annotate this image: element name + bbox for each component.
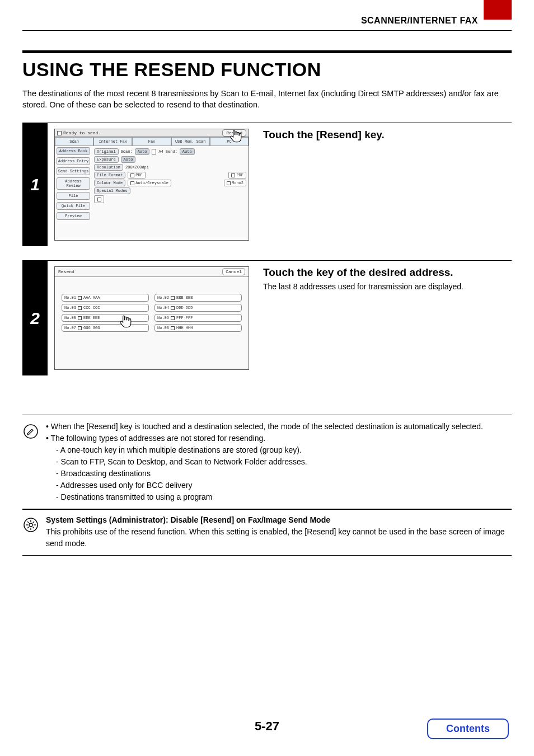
settings-bold: System Settings (Administrator): Disable… [46,514,508,526]
intro-text: The destinations of the most recent 8 tr… [22,88,512,110]
exposure-auto[interactable]: Auto [121,156,136,163]
gear-circle-icon [22,516,39,533]
cancel-button[interactable]: Cancel [222,268,245,275]
resolution-value: 200X200dpi [125,165,149,170]
phone-icon [78,296,82,300]
device-panel-resend: Resend Cancel No.01AAA AAA No.02BBB BBB … [54,266,249,370]
file-button[interactable]: File [57,192,90,200]
page: SCANNER/INTERNET FAX USING THE RESEND FU… [0,0,534,756]
top-line [22,30,512,31]
tab-scan[interactable]: Scan [55,137,93,145]
step-2-heading: Touch the key of the desired address. [263,266,512,279]
svg-line-8 [33,527,35,529]
tab-usb-scan[interactable]: USB Mem. Scan [171,137,210,145]
a4-label: A4 [158,149,163,154]
resend-entry-08[interactable]: No.08HHH HHH [154,324,242,332]
resend-entry-02[interactable]: No.02BBB BBB [154,294,242,302]
step-1-heading: Touch the [Resend] key. [263,129,512,141]
step-2-text: Touch the key of the desired address. Th… [255,261,512,375]
mono2-button[interactable]: Mono2 [224,180,246,186]
grey-icon [130,181,134,185]
svg-line-7 [27,522,29,523]
step-number: 1 [22,123,48,246]
step-2-screenshot: Resend Cancel No.01AAA AAA No.02BBB BBB … [48,261,255,375]
send-settings-button[interactable]: Send Settings [57,167,90,175]
step-1: 1 Ready to send. Resend Scan Internet Fa… [22,123,512,246]
pencil-circle-icon [22,423,39,440]
hand-cursor-icon [228,129,243,144]
address-book-button[interactable]: Address Book [57,147,90,155]
svg-line-9 [33,522,35,523]
hand-cursor-icon [118,314,133,329]
row-bottom-icon [94,195,246,203]
note-dash-3: Broadcasting destinations [46,468,483,480]
resend-entry-01[interactable]: No.01AAA AAA [62,294,149,302]
resend-grid: No.01AAA AAA No.02BBB BBB No.03CCC CCC N… [55,277,249,337]
row-colourmode: Colour Mode Auto/Greyscale Mono2 [94,180,246,186]
row-exposure: Exposure Auto [94,156,246,163]
mail-icon [78,326,82,330]
resend-entry-05[interactable]: No.05EEE EEE [62,314,149,322]
preview-button[interactable]: Preview [57,212,90,220]
step-1-screenshot: Ready to send. Resend Scan Internet Fax … [48,123,255,246]
step-2: 2 Resend Cancel No.01AAA AAA No.02BBB BB… [22,260,512,375]
row-special: Special Modes [94,187,246,194]
panel-status-bar: Ready to send. Resend [55,129,249,137]
note-dash-4: Addresses used only for BCC delivery [46,480,483,491]
row-resolution: Resolution 200X200dpi [94,164,246,171]
top-bar [22,0,512,6]
red-tab-icon [484,0,512,20]
resolution-button[interactable]: Resolution [94,164,123,171]
doc-icon [130,173,134,177]
heavy-rule [22,50,512,53]
note-box: When the [Resend] key is touched and a d… [22,415,512,509]
colourmode-button[interactable]: Colour Mode [94,180,125,186]
note-bullet-1: When the [Resend] key is touched and a d… [46,421,483,433]
original-button[interactable]: Original [94,148,119,155]
tab-fax[interactable]: Fax [132,137,171,145]
pdf-2[interactable]: PDF [228,172,246,179]
send-auto[interactable]: Auto [180,148,195,155]
page-icon [152,149,156,154]
settings-body: This prohibits use of the resend functio… [46,526,508,550]
note-dash-5: Destinations transmitted to using a prog… [46,491,483,503]
row-original: Original Scan: Auto A4 Send: Auto [94,148,246,155]
send-icon [97,198,101,201]
settings-box: System Settings (Administrator): Disable… [22,509,512,556]
fileformat-button[interactable]: File Format [94,172,125,179]
doc-icon [231,173,235,177]
quick-file-button[interactable]: Quick File [57,202,90,210]
svg-point-2 [29,523,32,527]
pdf-1[interactable]: PDF [128,172,146,179]
scan-auto[interactable]: Auto [135,148,150,155]
phone-icon [78,316,82,320]
resend-entry-03[interactable]: No.03CCC CCC [62,304,149,312]
step-1-text: Touch the [Resend] key. [255,123,512,246]
step-number: 2 [22,261,48,375]
svg-line-10 [27,527,29,529]
resend-title: Resend [58,269,74,274]
printer-icon [57,131,62,135]
step-body: Ready to send. Resend Scan Internet Fax … [48,123,512,246]
resend-entry-04[interactable]: No.04DDD DDD [154,304,242,312]
row-fileformat: File Format PDF PDF [94,172,246,179]
step-body: Resend Cancel No.01AAA AAA No.02BBB BBB … [48,261,512,375]
device-panel-send: Ready to send. Resend Scan Internet Fax … [54,129,249,241]
address-entry-button[interactable]: Address Entry [57,157,90,165]
contents-button[interactable]: Contents [427,719,509,739]
side-column: Address Book Address Entry Send Settings… [55,146,92,240]
settings-text: System Settings (Administrator): Disable… [46,514,508,550]
autogrey-button[interactable]: Auto/Greyscale [128,180,171,186]
globe-icon [171,316,175,320]
special-modes-button[interactable]: Special Modes [94,187,130,194]
bottom-icon-button[interactable] [94,195,104,203]
main-column: Original Scan: Auto A4 Send: Auto Exposu… [92,146,249,240]
resend-entry-07[interactable]: No.07GGG GGG [62,324,149,332]
resend-entry-06[interactable]: No.06FFF FFF [154,314,242,322]
mono-icon [227,181,231,185]
exposure-button[interactable]: Exposure [94,156,119,163]
note-bullet-2: The following types of addresses are not… [46,433,483,444]
address-review-button[interactable]: Address Review [57,177,90,190]
tab-internet-fax[interactable]: Internet Fax [93,137,132,145]
note-dash-1: A one-touch key in which multiple destin… [46,444,483,456]
